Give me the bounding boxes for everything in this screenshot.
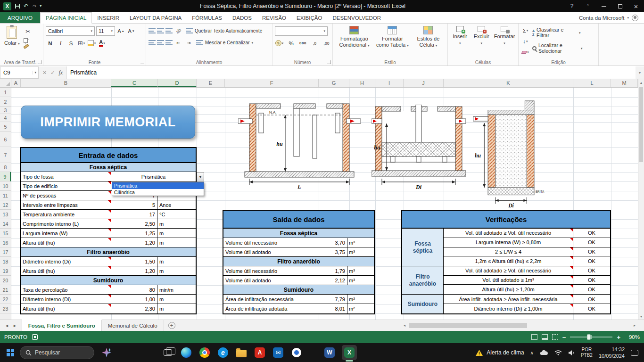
- cell-unit[interactable]: m²: [347, 295, 374, 304]
- cell-unit[interactable]: Anos: [157, 200, 196, 209]
- cell-value[interactable]: 2,50: [111, 219, 157, 228]
- entrada-sub-filtro[interactable]: Filtro anaeróbio: [21, 247, 196, 257]
- dropdown-option-prismatica[interactable]: Prismática: [112, 182, 204, 189]
- check-cell[interactable]: Largura interna (W) ≥ 0,80m: [444, 238, 573, 247]
- clear-button[interactable]: ▾: [521, 48, 530, 57]
- status-badge[interactable]: OK: [573, 229, 610, 238]
- bold-button[interactable]: N: [46, 39, 55, 48]
- cell-label[interactable]: Volume útil necessário: [223, 266, 318, 275]
- align-left-icon[interactable]: [149, 40, 156, 45]
- edge-icon[interactable]: [180, 346, 192, 359]
- column-header-L[interactable]: L: [573, 79, 611, 87]
- formula-input[interactable]: [67, 66, 636, 79]
- row-header-5[interactable]: 5: [0, 122, 11, 132]
- increase-indent-icon[interactable]: ⇥: [184, 38, 193, 47]
- weather-alert[interactable]: Alerta de clima: [475, 349, 524, 356]
- fill-color-button[interactable]: ▾: [87, 39, 96, 48]
- number-format-select[interactable]: ▾: [275, 26, 328, 36]
- check-cell[interactable]: Altura útil (hu) ≥ 1,20m: [444, 285, 573, 294]
- status-badge[interactable]: OK: [573, 276, 610, 285]
- word-icon[interactable]: W: [323, 346, 336, 359]
- column-header-F[interactable]: F: [225, 79, 319, 87]
- horizontal-scroll-thumb[interactable]: [409, 323, 527, 328]
- start-button[interactable]: [7, 349, 14, 356]
- cell-unit[interactable]: m: [157, 295, 196, 304]
- row-header-3[interactable]: 3: [0, 107, 11, 114]
- cell-dropdown-button[interactable]: ▼: [197, 172, 204, 181]
- sheet-tab-memorial[interactable]: Memorial de Cálculo: [102, 320, 164, 331]
- row-header-1[interactable]: 1: [0, 88, 11, 97]
- tab-page-layout[interactable]: LAYOUT DA PÁGINA: [124, 12, 187, 23]
- cell-label[interactable]: Altura útil (hu): [21, 238, 111, 247]
- cell-unit[interactable]: min/m: [157, 285, 196, 294]
- cell-unit[interactable]: m³: [347, 238, 374, 247]
- column-header-H[interactable]: H: [349, 79, 375, 87]
- wifi-icon[interactable]: [554, 350, 562, 355]
- row-header-8[interactable]: 8: [0, 163, 11, 172]
- italic-button[interactable]: I: [56, 39, 65, 48]
- diagram-sumidouro[interactable]: BRITA hu Di: [472, 100, 550, 208]
- tab-home[interactable]: PÁGINA INICIAL: [40, 12, 92, 24]
- row-header-18[interactable]: 18: [0, 257, 11, 266]
- tray-chevron-icon[interactable]: ∧: [530, 350, 534, 355]
- decrease-decimal-button[interactable]: ,00: [322, 39, 331, 48]
- cell-unit[interactable]: m: [157, 257, 196, 266]
- cell-label[interactable]: Comprimento interno (L): [21, 219, 111, 228]
- insert-cells-button[interactable]: + Inserir▾: [450, 25, 470, 58]
- tab-review[interactable]: REVISÃO: [257, 12, 291, 23]
- percent-format-button[interactable]: %: [287, 39, 296, 48]
- borders-button[interactable]: ⊞▾: [77, 39, 86, 48]
- cell-tipo-fossa-value[interactable]: Prismática: [111, 172, 196, 181]
- row-header-21[interactable]: 21: [0, 285, 11, 295]
- cell-value[interactable]: 5: [111, 200, 157, 209]
- check-cell[interactable]: 2 ≤ L/W ≤ 4: [444, 247, 573, 256]
- row-header-20[interactable]: 20: [0, 276, 11, 285]
- group-filtro-anaerobio[interactable]: Filtro anaeróbio: [402, 266, 444, 294]
- cell-unit[interactable]: °C: [157, 210, 196, 219]
- zoom-in-button[interactable]: +: [617, 334, 620, 341]
- cell-label[interactable]: Volume útil adotado: [223, 247, 318, 256]
- cell-label[interactable]: Intervalo entre limpezas: [21, 200, 111, 209]
- check-cell[interactable]: Diâmetro interno (Di) ≥ 1,00m: [444, 304, 573, 313]
- tab-insert[interactable]: INSERIR: [92, 12, 124, 23]
- cell-value[interactable]: 3,70: [318, 238, 347, 247]
- merge-center-button[interactable]: Mesclar e Centralizar▾: [195, 39, 255, 46]
- status-badge[interactable]: OK: [573, 266, 610, 275]
- tab-formulas[interactable]: FÓRMULAS: [187, 12, 227, 23]
- row-header-4[interactable]: 4: [0, 114, 11, 122]
- save-icon[interactable]: [15, 3, 20, 9]
- cell-value[interactable]: 1,50: [111, 257, 157, 266]
- check-cell[interactable]: Vol. útil adotado ≥ Vol. útil necessário: [444, 229, 573, 238]
- entrada-title[interactable]: Entrada de dados: [21, 148, 196, 163]
- column-header-K[interactable]: K: [444, 79, 573, 87]
- autosum-button[interactable]: Σ▾: [521, 26, 530, 35]
- tab-view[interactable]: EXIBIÇÃO: [291, 12, 327, 23]
- row-header-11[interactable]: 11: [0, 191, 11, 200]
- column-header-M[interactable]: M: [611, 79, 638, 87]
- row-header-19[interactable]: 19: [0, 266, 11, 276]
- copy-icon[interactable]: [24, 38, 28, 43]
- row-header-7[interactable]: 7: [0, 147, 11, 163]
- horizontal-scrollbar[interactable]: ◂ ▸: [402, 322, 637, 329]
- name-box[interactable]: C9 ▾: [0, 66, 39, 79]
- language-indicator[interactable]: POR PTB2: [581, 347, 593, 359]
- sheet-tab-fossa[interactable]: Fossa, Filtro e Sumidouro: [22, 320, 102, 331]
- row-header-16[interactable]: 16: [0, 238, 11, 247]
- cell-unit[interactable]: m³: [347, 266, 374, 275]
- check-cell[interactable]: Vol. útil adotado ≥ 1m³: [444, 276, 573, 285]
- scroll-left-icon[interactable]: ◂: [402, 323, 407, 328]
- cell-unit[interactable]: m: [157, 229, 196, 238]
- dialog-launcher-icon[interactable]: [38, 60, 41, 64]
- status-badge[interactable]: OK: [573, 247, 610, 256]
- cell-value[interactable]: 1,25: [111, 229, 157, 238]
- row-header-23[interactable]: 23: [0, 304, 11, 313]
- cell-label[interactable]: Largura interna (W): [21, 229, 111, 238]
- cancel-icon[interactable]: ✕: [42, 70, 47, 76]
- cell-value[interactable]: 1,79: [318, 266, 347, 275]
- grow-font-button[interactable]: A▲: [116, 27, 125, 36]
- status-badge[interactable]: OK: [573, 285, 610, 294]
- undo-icon[interactable]: ↶: [24, 3, 28, 9]
- row-header-10[interactable]: 10: [0, 181, 11, 191]
- dropdown-option-cilindrica[interactable]: Cilíndrica: [112, 189, 204, 196]
- saida-sub-filtro[interactable]: Filtro anaeróbio: [223, 257, 374, 266]
